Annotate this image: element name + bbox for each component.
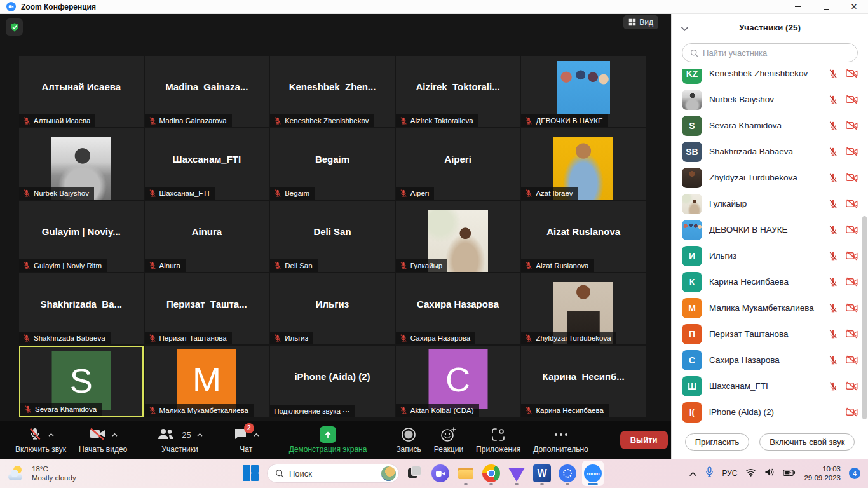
tray-date: 29.09.2023	[804, 473, 841, 482]
share-screen-button[interactable]: Демонстрация экрана	[283, 421, 374, 459]
close-button[interactable]: ✕	[840, 0, 868, 13]
mic-muted-icon	[525, 116, 532, 125]
video-tile[interactable]: Aizat RuslanovaAizat Ruslanova	[521, 201, 646, 272]
view-button[interactable]: Вид	[623, 15, 658, 29]
video-tile[interactable]: ИльгизИльгиз	[270, 273, 395, 344]
taskbar-app-word[interactable]: W	[531, 461, 553, 486]
taskbar-app-vpn[interactable]	[506, 461, 527, 486]
more-button[interactable]: Дополнительно	[527, 421, 594, 459]
video-tile[interactable]: CAktan Kolbai (CDA)	[396, 346, 520, 417]
video-tile[interactable]: Nurbek Baiyshov	[19, 128, 144, 200]
mic-options-caret[interactable]	[48, 430, 55, 439]
video-tile[interactable]: Сахира НазароваСахира Назарова	[396, 273, 520, 344]
mic-muted-icon	[400, 189, 407, 198]
security-shield-icon[interactable]	[6, 18, 23, 36]
participants-button[interactable]: 25 Участники	[150, 421, 209, 459]
start-button[interactable]	[243, 465, 259, 482]
weather-temperature: 18°C	[32, 464, 76, 473]
video-tile[interactable]: iPhone (Aida) (2)Подключение звука ···	[270, 346, 395, 417]
participant-row[interactable]: I(iPhone (Aida) (2)	[672, 399, 868, 424]
video-options-caret[interactable]	[111, 430, 118, 439]
camera-off-icon	[846, 303, 858, 313]
video-tile[interactable]: Zhyldyzai Turdubekova	[521, 273, 646, 344]
taskbar-app-file-explorer[interactable]	[455, 461, 477, 486]
participants-options-caret[interactable]	[196, 430, 203, 439]
video-tile[interactable]: Gulayim | Noviy...Gulayim | Noviy Ritm	[19, 201, 144, 272]
video-tile[interactable]: AiperiAiperi	[396, 128, 520, 200]
video-tile[interactable]: Madina Gainaza...Madina Gainazarova	[145, 56, 269, 127]
tray-battery-icon[interactable]	[783, 468, 796, 479]
taskbar-search-input[interactable]: Поиск	[267, 464, 399, 483]
video-tile[interactable]: Гулкайыр	[396, 201, 520, 272]
start-video-button[interactable]: Начать видео	[72, 421, 133, 459]
tile-name-label: Aizat Ruslanova	[521, 259, 593, 272]
participant-row[interactable]: Zhyldyzai Turdubekova	[672, 165, 868, 191]
invite-button[interactable]: Пригласить	[685, 433, 750, 451]
tray-language[interactable]: РУС	[722, 469, 737, 478]
video-tile[interactable]: ДЕВОЧКИ В НАУКЕ	[521, 56, 646, 127]
video-tile[interactable]: BegaimBegaim	[270, 128, 395, 200]
video-tile[interactable]: Shakhrizada Ba...Shakhrizada Babaeva	[19, 273, 144, 344]
record-button[interactable]: Запись	[390, 421, 427, 459]
tile-name-label: Сахира Назарова	[396, 332, 475, 344]
participant-row[interactable]: ППеризат Таштанова	[672, 321, 868, 347]
video-tile[interactable]: Deli SanDeli San	[270, 201, 395, 272]
video-tile[interactable]: SSevara Khamidova	[19, 346, 144, 417]
chat-options-caret[interactable]	[253, 430, 260, 439]
file-explorer-icon	[457, 464, 475, 482]
mic-muted-icon	[829, 303, 837, 313]
tray-clock[interactable]: 10:03 29.09.2023	[804, 464, 841, 482]
taskbar-weather-widget[interactable]: 18°C Mostly cloudy	[0, 464, 76, 482]
tray-microphone-icon[interactable]	[705, 466, 714, 480]
unmute-button[interactable]: Включить звук	[9, 421, 72, 459]
video-tile[interactable]: Keneshbek Zhen...Keneshbek Zhenishbekov	[270, 56, 395, 127]
video-tile[interactable]: Перизат Ташта...Перизат Таштанова	[145, 273, 269, 344]
tile-display-name: Алтынай Исаева	[19, 56, 144, 117]
participant-row[interactable]: KZKeneshbek Zhenishbekov	[672, 69, 868, 86]
video-tile[interactable]: Шахсанам_FTIШахсанам_FTI	[145, 128, 269, 200]
video-tile[interactable]: AinuraAinura	[145, 201, 269, 272]
participant-row[interactable]: ИИльгиз	[672, 243, 868, 269]
video-tile[interactable]: MМалика Мукамбеткалиева	[145, 346, 269, 417]
taskbar-app-signal[interactable]	[557, 461, 578, 486]
taskbar-app-chrome[interactable]	[480, 461, 502, 486]
video-tile[interactable]: Aizirek Toktorali...Aizirek Toktoralieva	[396, 56, 520, 127]
tile-display-name: Карина Несипб...	[521, 346, 646, 407]
participant-row[interactable]: ШШахсанам_FTI	[672, 373, 868, 399]
video-tile[interactable]: Azat Ibraev	[521, 128, 646, 200]
tray-volume-icon[interactable]	[764, 468, 775, 479]
task-view-button[interactable]	[407, 466, 422, 481]
minimize-button[interactable]	[784, 0, 812, 13]
unmute-self-button[interactable]: Включить свой звук	[759, 433, 855, 451]
panel-scrollbar[interactable]	[862, 216, 867, 419]
participant-row[interactable]: ММалика Мукамбеткалиева	[672, 295, 868, 321]
participant-row[interactable]: ССахира Назарова	[672, 347, 868, 373]
apps-button[interactable]: Приложения	[470, 421, 527, 459]
participant-search-input[interactable]: Найти участника	[682, 43, 858, 62]
participant-status-icons	[829, 329, 858, 339]
reactions-button[interactable]: Реакции	[428, 421, 470, 459]
chat-button[interactable]: 2 Чат	[226, 421, 266, 459]
mic-muted-icon	[24, 405, 32, 414]
video-tile[interactable]: Карина Несипб...Карина Несипбаева	[521, 346, 646, 417]
participant-row[interactable]: SSevara Khamidova	[672, 112, 868, 139]
tray-wifi-icon[interactable]	[745, 468, 756, 479]
restore-button[interactable]	[812, 0, 840, 13]
panel-collapse-chevron-icon[interactable]	[681, 23, 689, 34]
notification-badge[interactable]: 4	[849, 468, 860, 479]
leave-button[interactable]: Выйти	[620, 431, 668, 449]
video-grid: Алтынай ИсаеваАлтынай ИсаеваMadina Gaina…	[19, 56, 646, 417]
participant-row[interactable]: ККарина Несипбаева	[672, 269, 868, 295]
search-highlight-image	[381, 466, 396, 481]
taskbar-app-meet-app[interactable]	[430, 461, 451, 486]
video-tile[interactable]: Алтынай ИсаеваАлтынай Исаева	[19, 56, 144, 127]
participant-row[interactable]: ДЕВОЧКИ В НАУКЕ	[672, 217, 868, 243]
taskbar-app-zoom[interactable]: zoom	[582, 461, 604, 486]
participant-row[interactable]: SBShakhrizada Babaeva	[672, 139, 868, 165]
tile-name-label: Гулкайыр	[396, 259, 447, 272]
chrome-icon	[482, 464, 500, 482]
participant-row[interactable]: Гулкайыр	[672, 191, 868, 217]
tray-expand-chevron-icon[interactable]	[689, 468, 697, 479]
participant-name: Перизат Таштанова	[709, 329, 822, 339]
participant-row[interactable]: Nurbek Baiyshov	[672, 86, 868, 112]
